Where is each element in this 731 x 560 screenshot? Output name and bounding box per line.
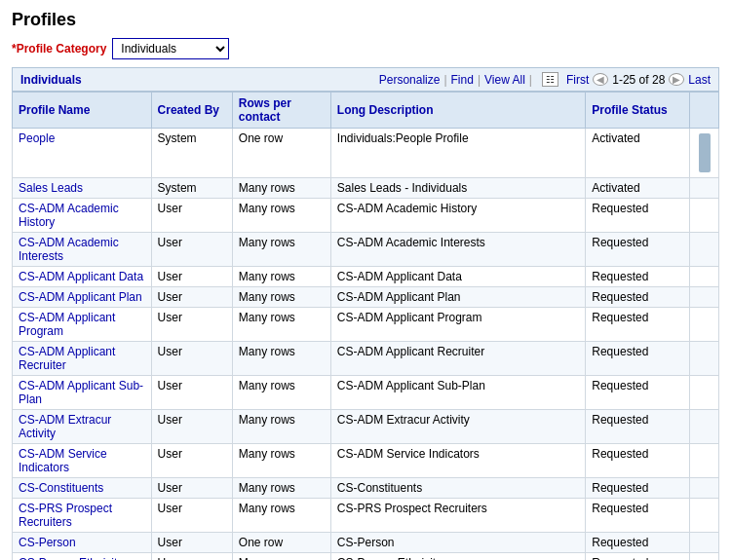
sep3: |	[529, 73, 532, 87]
cell-long-description: CS-ADM Extracur Activity	[330, 410, 585, 444]
table-row: CS-ConstituentsUserMany rowsCS-Constitue…	[13, 478, 719, 499]
cell-profile-status: Requested	[586, 287, 690, 308]
next-page-btn[interactable]: ▶	[669, 73, 684, 86]
cell-created-by: System	[151, 178, 232, 199]
cell-scroll	[690, 410, 719, 444]
cell-rows-per-contact: Many rows	[232, 410, 330, 444]
cell-scroll	[690, 287, 719, 308]
cell-scroll	[690, 267, 719, 287]
cell-rows-per-contact: Many rows	[232, 267, 330, 287]
toolbar-icons: ☷	[542, 72, 558, 87]
table-row: CS-PersonUserOne rowCS-PersonRequested	[13, 533, 719, 553]
cell-long-description: CS-ADM Applicant Sub-Plan	[330, 376, 585, 410]
table-header-row: Profile Name Created By Rows per contact…	[13, 93, 719, 129]
cell-scroll	[690, 499, 719, 533]
cell-profile-name[interactable]: CS-ADM Applicant Sub-Plan	[13, 376, 152, 410]
cell-long-description: CS-ADM Academic Interests	[330, 233, 585, 267]
cell-long-description: CS-ADM Applicant Data	[330, 267, 585, 287]
cell-scroll	[690, 233, 719, 267]
cell-profile-name[interactable]: CS-ADM Academic Interests	[13, 233, 152, 267]
th-rows-per-contact: Rows per contact	[232, 93, 330, 129]
pagination-info: 1-25 of 28	[612, 73, 665, 87]
cell-rows-per-contact: Many rows	[232, 499, 330, 533]
cell-rows-per-contact: One row	[232, 533, 330, 553]
profile-category-row: *Profile Category Individuals Organizati…	[12, 38, 719, 59]
cell-profile-status: Requested	[586, 267, 690, 287]
table-row: CS-ADM Academic InterestsUserMany rowsCS…	[13, 233, 719, 267]
cell-profile-name[interactable]: CS-ADM Applicant Data	[13, 267, 152, 287]
cell-profile-name[interactable]: CS-Constituents	[13, 478, 152, 499]
cell-long-description: CS-ADM Service Indicators	[330, 444, 585, 478]
grid-icon-btn[interactable]: ☷	[542, 72, 558, 87]
cell-profile-name[interactable]: CS-PRS Prospect Recruiters	[13, 499, 152, 533]
cell-created-by: User	[151, 553, 232, 561]
cell-long-description: CS-Person Ethnicity	[330, 553, 585, 561]
cell-long-description: CS-ADM Applicant Program	[330, 308, 585, 342]
cell-profile-name[interactable]: CS-ADM Service Indicators	[13, 444, 152, 478]
cell-long-description: CS-ADM Applicant Recruiter	[330, 342, 585, 376]
cell-rows-per-contact: Many rows	[232, 342, 330, 376]
cell-profile-status: Activated	[586, 129, 690, 178]
table-row: CS-PRS Prospect RecruitersUserMany rowsC…	[13, 499, 719, 533]
cell-rows-per-contact: Many rows	[232, 553, 330, 561]
cell-scroll	[690, 178, 719, 199]
table-row: CS-ADM Extracur ActivityUserMany rowsCS-…	[13, 410, 719, 444]
cell-profile-status: Requested	[586, 199, 690, 233]
sep2: |	[478, 73, 481, 87]
cell-created-by: User	[151, 376, 232, 410]
cell-rows-per-contact: Many rows	[232, 178, 330, 199]
table-row: CS-Person EthnicityUserMany rowsCS-Perso…	[13, 553, 719, 561]
cell-scroll	[690, 444, 719, 478]
cell-profile-status: Activated	[586, 178, 690, 199]
cell-profile-name[interactable]: CS-ADM Academic History	[13, 199, 152, 233]
cell-created-by: User	[151, 287, 232, 308]
cell-profile-name[interactable]: CS-ADM Applicant Recruiter	[13, 342, 152, 376]
th-profile-name: Profile Name	[13, 93, 152, 129]
cell-rows-per-contact: One row	[232, 129, 330, 178]
cell-scroll	[690, 199, 719, 233]
cell-created-by: User	[151, 444, 232, 478]
cell-profile-name[interactable]: CS-ADM Applicant Program	[13, 308, 152, 342]
cell-profile-status: Requested	[586, 376, 690, 410]
cell-created-by: User	[151, 499, 232, 533]
toolbar: Individuals Personalize | Find | View Al…	[12, 67, 719, 92]
view-all-link[interactable]: View All	[484, 73, 525, 87]
cell-rows-per-contact: Many rows	[232, 478, 330, 499]
find-link[interactable]: Find	[451, 73, 474, 87]
cell-created-by: User	[151, 478, 232, 499]
th-created-by: Created By	[151, 93, 232, 129]
cell-scroll	[690, 342, 719, 376]
cell-created-by: System	[151, 129, 232, 178]
cell-rows-per-contact: Many rows	[232, 233, 330, 267]
table-row: Sales LeadsSystemMany rowsSales Leads - …	[13, 178, 719, 199]
table-row: CS-ADM Applicant DataUserMany rowsCS-ADM…	[13, 267, 719, 287]
cell-long-description: Individuals:People Profile	[330, 129, 585, 178]
cell-created-by: User	[151, 410, 232, 444]
cell-profile-name[interactable]: CS-ADM Applicant Plan	[13, 287, 152, 308]
cell-long-description: CS-Constituents	[330, 478, 585, 499]
table-row: CS-ADM Applicant PlanUserMany rowsCS-ADM…	[13, 287, 719, 308]
cell-profile-status: Requested	[586, 410, 690, 444]
table-row: CS-ADM Applicant RecruiterUserMany rowsC…	[13, 342, 719, 376]
prev-page-btn[interactable]: ◀	[593, 73, 608, 86]
cell-profile-status: Requested	[586, 308, 690, 342]
cell-profile-name[interactable]: CS-Person	[13, 533, 152, 553]
table-row: CS-ADM Academic HistoryUserMany rowsCS-A…	[13, 199, 719, 233]
profiles-table: Profile Name Created By Rows per contact…	[12, 92, 719, 560]
profile-category-select[interactable]: Individuals Organizations Households	[112, 38, 229, 59]
cell-profile-status: Requested	[586, 478, 690, 499]
cell-profile-status: Requested	[586, 444, 690, 478]
cell-profile-name[interactable]: CS-ADM Extracur Activity	[13, 410, 152, 444]
cell-profile-name[interactable]: People	[13, 129, 152, 178]
cell-profile-name[interactable]: CS-Person Ethnicity	[13, 553, 152, 561]
cell-profile-status: Requested	[586, 533, 690, 553]
th-long-description: Long Description	[330, 93, 585, 129]
personalize-link[interactable]: Personalize	[379, 73, 441, 87]
cell-long-description: Sales Leads - Individuals	[330, 178, 585, 199]
cell-rows-per-contact: Many rows	[232, 199, 330, 233]
cell-created-by: User	[151, 233, 232, 267]
first-link[interactable]: First	[566, 73, 589, 87]
cell-profile-name[interactable]: Sales Leads	[13, 178, 152, 199]
last-link[interactable]: Last	[688, 73, 711, 87]
cell-created-by: User	[151, 267, 232, 287]
